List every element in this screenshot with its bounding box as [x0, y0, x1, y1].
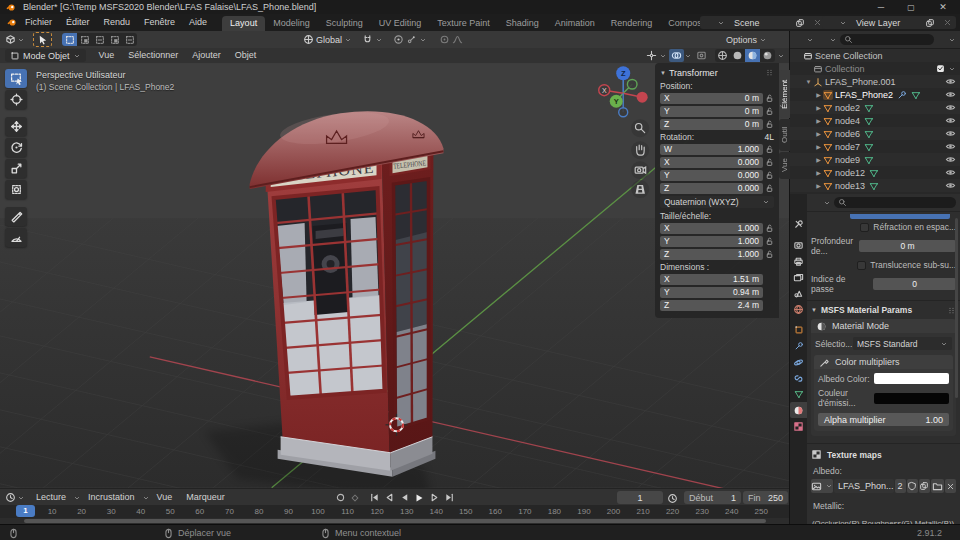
workspace-tab-animation[interactable]: Animation [547, 16, 603, 31]
lock-icon[interactable] [763, 236, 774, 246]
outliner-editor-selector[interactable] [794, 34, 814, 45]
lock-icon[interactable] [763, 170, 774, 180]
hide-eye-icon[interactable] [945, 89, 956, 100]
tool-annotate[interactable] [5, 207, 27, 226]
xray-toggle[interactable] [694, 49, 709, 62]
tab-element[interactable]: Élément [779, 70, 790, 118]
mesh-data-icon[interactable] [911, 90, 921, 100]
workspace-tab-shading[interactable]: Shading [498, 16, 547, 31]
editor-type-selector[interactable] [5, 34, 25, 45]
properties-tab-render[interactable] [790, 237, 807, 253]
chevron-down-icon[interactable] [948, 65, 956, 73]
outliner-row-node6[interactable]: ▶ node6 [790, 127, 960, 140]
active-tool-button[interactable] [33, 32, 52, 47]
tool-measure[interactable] [5, 228, 27, 247]
lock-icon[interactable] [763, 106, 774, 116]
chevron-down-icon[interactable] [344, 36, 352, 44]
transform-orientation-icon[interactable] [303, 34, 314, 45]
options-dropdown[interactable]: Options [726, 35, 767, 45]
lock-icon[interactable] [763, 144, 774, 154]
outliner-row-node7[interactable]: ▶ node7 [790, 140, 960, 153]
shading-wireframe-button[interactable] [715, 49, 730, 62]
pan-hand-button[interactable] [631, 141, 649, 159]
close-button[interactable]: ✕ [926, 2, 960, 12]
shading-rendered-button[interactable] [760, 49, 775, 62]
select-mode-invert[interactable] [107, 33, 122, 46]
transform-field-taillechelle-x[interactable]: X1.000 [660, 222, 774, 234]
view-layer-browse-icon[interactable] [822, 16, 851, 29]
lock-icon[interactable] [763, 119, 774, 129]
shading-solid-button[interactable] [730, 49, 745, 62]
color-multipliers-header[interactable]: Color multipliers [814, 355, 953, 369]
select-mode-intersect[interactable] [122, 33, 137, 46]
menu-vue-timeline[interactable]: Vue [150, 489, 180, 506]
view-layer-selector[interactable]: View Layer [822, 16, 956, 29]
hide-eye-icon[interactable] [945, 154, 956, 165]
lock-icon[interactable] [763, 223, 774, 233]
menu-aide[interactable]: Aide [182, 14, 214, 31]
orientation-value[interactable]: Global [316, 35, 342, 45]
scene-selector[interactable]: Scene [700, 16, 826, 29]
zoom-button[interactable] [631, 119, 649, 137]
transform-panel-collapse[interactable]: ▼ Transformer [660, 68, 718, 78]
outliner-row-node2[interactable]: ▶ node2 [790, 101, 960, 114]
outliner-display-mode[interactable] [817, 34, 837, 45]
workspace-tab-rendering[interactable]: Rendering [603, 16, 661, 31]
properties-tab-material[interactable] [790, 402, 807, 418]
mesh-data-icon[interactable] [869, 181, 879, 191]
properties-tab-world[interactable] [790, 301, 807, 317]
tab-vue[interactable]: Vue [779, 152, 790, 179]
tool-move[interactable] [5, 117, 27, 136]
albedo-texture-name[interactable]: LFAS_Phon... [834, 479, 894, 493]
current-frame-field[interactable]: 1 [617, 491, 663, 504]
properties-tab-tool[interactable] [790, 216, 807, 232]
properties-tab-constraints[interactable] [790, 370, 807, 386]
menu-vue[interactable]: Vue [92, 47, 122, 64]
hide-eye-icon[interactable] [945, 76, 956, 87]
select-mode-extend[interactable] [77, 33, 92, 46]
menu--diter[interactable]: Éditer [59, 14, 97, 31]
tool-cursor[interactable] [5, 90, 27, 109]
frame-end-field[interactable]: Fin250 [743, 491, 788, 504]
menu-objet[interactable]: Objet [228, 47, 264, 64]
jump-start-button[interactable] [367, 491, 381, 504]
properties-tab-physics[interactable] [790, 354, 807, 370]
jump-end-button[interactable] [442, 491, 456, 504]
outliner-row-lfas-phone-001[interactable]: ▼ LFAS_Phone.001 [790, 75, 960, 88]
workspace-tab-texture-paint[interactable]: Texture Paint [429, 16, 498, 31]
gizmo-axis-x[interactable] [637, 92, 648, 103]
maximize-button[interactable]: ▢ [896, 3, 926, 12]
use-preview-range-icon[interactable] [667, 493, 678, 504]
fake-user-button[interactable] [907, 479, 918, 493]
open-image-button[interactable] [931, 479, 944, 493]
menu-lecture[interactable]: Lecture [29, 489, 73, 506]
timeline-editor-selector[interactable] [5, 492, 25, 503]
workspace-tab-layout[interactable]: Layout [222, 16, 265, 31]
transform-field-rotation-z[interactable]: Z0.000 [660, 182, 774, 194]
scene-browse-icon[interactable] [700, 16, 729, 29]
view-layer-remove-icon[interactable] [939, 16, 956, 29]
workspace-tab-uv-editing[interactable]: UV Editing [371, 16, 430, 31]
gizmo-axis-y-neg[interactable] [627, 79, 637, 89]
gizmo-axis-z-neg[interactable] [619, 108, 628, 117]
tool-transform[interactable] [5, 180, 27, 199]
rotation-mode-dropdown[interactable]: Quaternion (WXYZ) [660, 196, 774, 208]
outliner-row-node12[interactable]: ▶ node12 [790, 166, 960, 179]
mesh-data-icon[interactable] [864, 155, 874, 165]
hide-eye-icon[interactable] [945, 141, 956, 152]
hide-eye-icon[interactable] [945, 180, 956, 191]
lock-icon[interactable] [763, 93, 774, 103]
shading-dropdown-icon[interactable] [777, 52, 785, 60]
transform-field-position-x[interactable]: X0 m [660, 92, 774, 104]
texture-users-count[interactable]: 2 [895, 479, 906, 493]
outliner-row-lfas-phone2[interactable]: ▶ LFAS_Phone2 [790, 88, 960, 101]
albedo-color-swatch[interactable] [874, 373, 949, 384]
properties-scrollbar[interactable] [955, 218, 958, 398]
menu-fichier[interactable]: Fichier [18, 14, 59, 31]
mesh-data-icon[interactable] [869, 168, 879, 178]
tool-box-select[interactable] [5, 69, 27, 88]
unlink-image-button[interactable] [945, 479, 956, 493]
menu-marqueur[interactable]: Marqueur [179, 489, 232, 506]
proportional-falloff-icon[interactable] [406, 34, 417, 45]
menu-fen-tre[interactable]: Fenêtre [137, 14, 182, 31]
